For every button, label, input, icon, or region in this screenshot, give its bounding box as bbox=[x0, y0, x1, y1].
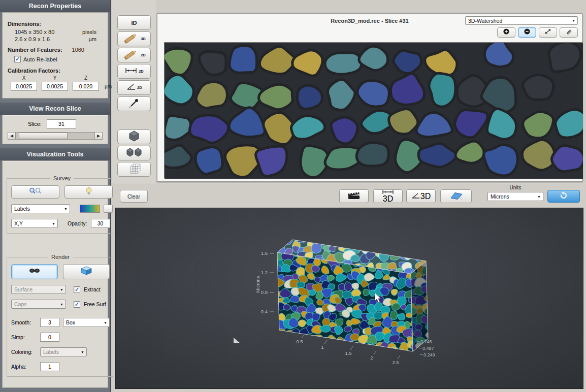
grain-pair-button[interactable] bbox=[117, 146, 151, 160]
plane-select[interactable]: X,Y ▼ bbox=[11, 219, 58, 228]
calibration-grid: X Y Z µm/pixel bbox=[8, 75, 103, 91]
measure-icon bbox=[124, 67, 138, 76]
eyedropper-button[interactable] bbox=[117, 96, 151, 111]
smooth-field[interactable] bbox=[40, 318, 59, 327]
single-grain-button[interactable] bbox=[117, 129, 151, 144]
freesurf-label: Free Surf bbox=[84, 301, 106, 307]
layer-select[interactable]: Labels ▼ bbox=[11, 204, 70, 213]
svg-text:1: 1 bbox=[321, 344, 323, 350]
dropdown-arrow-icon: ▼ bbox=[58, 285, 66, 293]
measure-3d-label: 3D bbox=[383, 194, 393, 204]
cal-y-field[interactable] bbox=[42, 82, 68, 91]
dimensions-label: Dimensions: bbox=[8, 21, 103, 27]
dropdown-arrow-icon: ▼ bbox=[102, 318, 109, 326]
dropdown-arrow-icon: ▼ bbox=[58, 300, 66, 308]
survey-light-button[interactable] bbox=[64, 185, 113, 199]
angle-icon bbox=[411, 192, 420, 201]
units-select[interactable]: Microns ▼ bbox=[487, 192, 543, 201]
dims-pixels-value: 1045 x 350 x 80 bbox=[15, 29, 54, 35]
svg-text:Microns: Microns bbox=[255, 276, 261, 293]
plane-select-value: X,Y bbox=[14, 220, 23, 226]
survey-groupbox: Survey bbox=[7, 175, 117, 234]
caps-select[interactable]: Caps ▼ bbox=[11, 300, 66, 309]
angle-3d-button[interactable]: 3D bbox=[406, 189, 436, 203]
svg-text:2.5: 2.5 bbox=[392, 360, 399, 365]
render-volume-button[interactable] bbox=[63, 264, 110, 279]
sidebar: Recon Properties Dimensions: 1045 x 350 … bbox=[0, 0, 111, 392]
cal-x-field[interactable] bbox=[11, 82, 37, 91]
viz3d-viewport[interactable]: 1.61.20.80.4Microns0.511.522.50.7460.497… bbox=[115, 208, 583, 389]
pencil-2d-button[interactable]: 2D bbox=[117, 48, 151, 62]
grain-icon bbox=[127, 130, 141, 144]
simp-field[interactable] bbox=[40, 333, 59, 342]
clip-plane-button[interactable] bbox=[440, 189, 472, 203]
slice-scrollbar-thumb[interactable] bbox=[19, 133, 68, 139]
viz3d-toolbar: Clear bbox=[113, 183, 586, 208]
alpha-field[interactable] bbox=[40, 362, 59, 371]
movie-button[interactable] bbox=[339, 189, 369, 203]
extract-checkbox[interactable] bbox=[74, 286, 80, 293]
opacity-field[interactable] bbox=[91, 219, 110, 228]
cal-y-label: Y bbox=[53, 75, 57, 81]
zoom-in-button[interactable] bbox=[497, 27, 515, 38]
visualization-tools-panel: Survey bbox=[2, 160, 108, 388]
segmentation-mode-select[interactable]: 3D-Watershed ▼ bbox=[465, 16, 578, 25]
survey-legend: Survey bbox=[50, 175, 74, 181]
calibration-y: Y bbox=[42, 75, 68, 91]
colormap-options-button[interactable] bbox=[104, 205, 113, 213]
zoom-out-button[interactable] bbox=[518, 27, 536, 38]
pencil-icon bbox=[122, 49, 140, 62]
mesh-cube-button[interactable] bbox=[117, 162, 151, 177]
dims-um-unit: µm bbox=[88, 36, 96, 42]
eyedropper-icon bbox=[128, 99, 140, 110]
angle-2d-button[interactable]: 2D bbox=[117, 80, 151, 95]
film-icon bbox=[346, 191, 362, 202]
attach-button[interactable] bbox=[560, 27, 578, 38]
dims-um-value: 2.6 x 0.9 x 1.6 bbox=[15, 36, 50, 42]
slice-number-field[interactable] bbox=[47, 119, 76, 128]
slice-input-row: Slice: bbox=[8, 119, 103, 128]
cal-x-label: X bbox=[22, 75, 26, 81]
surface-select[interactable]: Surface ▼ bbox=[11, 285, 66, 294]
tool-column: ID 3D 2D bbox=[112, 0, 156, 183]
opacity-label: Opacity: bbox=[68, 220, 87, 226]
measure-2d-button[interactable]: 2D bbox=[117, 64, 151, 79]
svg-text:0.5: 0.5 bbox=[296, 339, 303, 344]
survey-zoom-button[interactable] bbox=[11, 185, 59, 199]
attach-icon bbox=[565, 27, 573, 38]
measure-3d-button[interactable]: 3D bbox=[373, 189, 403, 203]
layer-select-value: Labels bbox=[14, 206, 30, 212]
scroll-right-icon[interactable]: ▶ bbox=[94, 133, 102, 139]
freesurf-checkbox[interactable] bbox=[74, 301, 80, 308]
measure-icon: 3D bbox=[381, 189, 395, 204]
units-label: Units bbox=[487, 185, 543, 190]
app-window: { "sidebar": { "recon": { "title": "Reco… bbox=[0, 0, 586, 392]
zoom-in-icon bbox=[502, 28, 510, 37]
features-row: Number of Features: 1060 bbox=[8, 47, 103, 54]
dimensions-pixels-row: 1045 x 350 x 80 pixels bbox=[8, 28, 103, 36]
grain-pair-icon bbox=[125, 147, 143, 160]
slice-scrollbar-track[interactable] bbox=[16, 133, 94, 139]
clear-button[interactable]: Clear bbox=[120, 190, 148, 203]
scroll-left-icon[interactable]: ◀ bbox=[8, 133, 16, 139]
render-surface-button[interactable] bbox=[11, 264, 58, 279]
view-recon-slice-header: View Recon Slice bbox=[0, 103, 110, 115]
pencil-3d-label: 3D bbox=[141, 37, 146, 41]
smooth-filter-select[interactable]: Box ▼ bbox=[63, 318, 110, 327]
refresh-view-button[interactable] bbox=[547, 190, 580, 203]
coloring-label: Coloring: bbox=[11, 349, 37, 355]
fit-view-button[interactable] bbox=[539, 27, 557, 38]
svg-text:1.6: 1.6 bbox=[261, 250, 268, 256]
coloring-select[interactable]: Labels ▼ bbox=[40, 347, 87, 356]
slice-image-viewport[interactable] bbox=[164, 42, 582, 178]
auto-relabel-checkbox[interactable] bbox=[14, 56, 21, 62]
smooth-filter-value: Box bbox=[66, 319, 75, 325]
cal-z-field[interactable] bbox=[73, 82, 99, 91]
colormap-swatch[interactable] bbox=[80, 205, 100, 213]
angle-3d-label: 3D bbox=[420, 192, 431, 201]
render-groupbox: Render bbox=[7, 254, 114, 377]
id-tool-button[interactable]: ID bbox=[117, 15, 151, 30]
recon-properties-header: Recon Properties bbox=[0, 0, 110, 12]
pencil-3d-button[interactable]: 3D bbox=[117, 31, 151, 46]
slice-scrollbar[interactable]: ◀ ▶ bbox=[8, 132, 103, 140]
